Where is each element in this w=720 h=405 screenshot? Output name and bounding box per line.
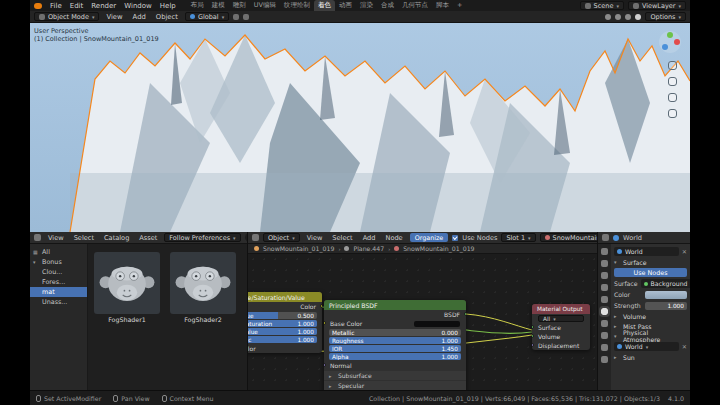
use-nodes-checkbox[interactable]	[452, 235, 458, 241]
workspace-tab-modeling[interactable]: 建模	[208, 0, 229, 11]
node-principled-bsdf[interactable]: Principled BSDF BSDF Base Color Metallic…	[324, 300, 466, 390]
volume-panel-header[interactable]: ▸ Volume	[614, 311, 687, 321]
metallic-slider[interactable]: Metallic 0.000	[329, 329, 461, 336]
properties-editor-icon[interactable]	[602, 234, 609, 241]
asset-menu-select[interactable]: Select	[71, 234, 97, 242]
node-principled-header[interactable]: Principled BSDF	[324, 300, 466, 310]
show-overlays-icon[interactable]	[615, 14, 621, 20]
world-color-swatch[interactable]	[645, 291, 687, 299]
workspace-tab-animation[interactable]: 动画	[335, 0, 356, 11]
material-datablock[interactable]: SnowMountain_01_019 ✕	[540, 233, 597, 242]
asset-menu-asset[interactable]: Asset	[136, 234, 160, 242]
asset-card-fogshader1[interactable]: FogShader1	[94, 252, 160, 323]
tab-texture[interactable]	[601, 356, 608, 363]
asset-card-fogshader2[interactable]: FogShader2	[170, 252, 236, 323]
world-datablock[interactable]: World	[614, 247, 679, 256]
surface-input-socket[interactable]	[532, 325, 534, 329]
node-output-header[interactable]: Material Output	[532, 304, 590, 314]
axis-z-handle[interactable]	[662, 44, 668, 50]
xray-icon[interactable]	[625, 14, 631, 20]
snap-magnet-icon[interactable]	[233, 14, 239, 20]
strength-slider[interactable]: 1.000	[645, 302, 687, 310]
viewport-3d[interactable]: User Perspective (1) Collection | SnowMo…	[30, 23, 690, 232]
tab-scene[interactable]	[601, 296, 608, 303]
asset-search[interactable]	[245, 233, 247, 242]
asset-library-dropdown[interactable]: Follow Preferences ▾	[164, 233, 240, 242]
specular-section[interactable]: ▸ Specular	[324, 381, 466, 390]
asset-browser-editor-icon[interactable]	[34, 234, 41, 241]
catalog-item-forest[interactable]: Fores...	[30, 277, 87, 287]
normal-input-socket[interactable]	[324, 363, 326, 367]
node-canvas[interactable]: Hue/Saturation/Value Color Hue 0.500 Sat…	[248, 254, 597, 390]
transform-orientation[interactable]: Global ▾	[185, 12, 229, 21]
surface-panel-header[interactable]: ▾ Surface	[614, 257, 687, 267]
catalog-item-clouds[interactable]: Clou...	[30, 267, 87, 277]
base-color-swatch[interactable]	[414, 321, 460, 327]
menu-help[interactable]: Help	[157, 2, 179, 10]
asset-menu-catalog[interactable]: Catalog	[101, 234, 132, 242]
tab-tool[interactable]	[601, 248, 608, 255]
menu-view[interactable]: View	[103, 13, 125, 21]
workspace-tab-sculpting[interactable]: 雕刻	[229, 0, 250, 11]
camera-view-icon[interactable]	[668, 93, 677, 102]
ior-slider[interactable]: IOR 1.450	[329, 345, 461, 352]
surface-shader-dropdown[interactable]: Background	[641, 279, 690, 288]
volume-input-socket[interactable]	[532, 334, 534, 338]
node-hsv[interactable]: Hue/Saturation/Value Color Hue 0.500 Sat…	[248, 292, 322, 353]
catalog-item-bonus[interactable]: ▾ Bonus	[30, 257, 87, 267]
catalog-item-all[interactable]: ▦ All	[30, 247, 87, 257]
workspace-tab-scripting[interactable]: 脚本	[432, 0, 453, 11]
hsv-value-slider[interactable]: Value 1.000	[248, 328, 317, 335]
workspace-tab-compositing[interactable]: 合成	[377, 0, 398, 11]
axis-y-handle[interactable]	[667, 32, 673, 38]
tab-modifiers[interactable]	[601, 332, 608, 339]
mode-selector[interactable]: Object Mode ▾	[34, 12, 99, 21]
alpha-slider[interactable]: Alpha 1.000	[329, 353, 461, 360]
tab-world[interactable]	[601, 308, 608, 315]
unlink-icon[interactable]: ✕	[682, 248, 687, 255]
axis-x-handle[interactable]	[674, 39, 680, 45]
scene-selector[interactable]: Scene ▾	[580, 1, 624, 10]
workspace-tab-texture-paint[interactable]: 纹理绘制	[280, 0, 314, 11]
node-menu-node[interactable]: Node	[382, 234, 405, 242]
workspace-tab-shading[interactable]: 着色	[314, 0, 335, 11]
tab-object[interactable]	[601, 320, 608, 327]
bsdf-output-socket[interactable]	[464, 312, 466, 316]
node-hsv-header[interactable]: Hue/Saturation/Value	[248, 292, 322, 302]
base-color-socket[interactable]	[324, 321, 326, 325]
workspace-tab-rendering[interactable]: 渲染	[356, 0, 377, 11]
catalog-item-mat[interactable]: mat	[30, 287, 87, 297]
sun-panel-header[interactable]: ▸ Sun	[614, 352, 687, 362]
toggle-ortho-icon[interactable]	[668, 109, 677, 118]
asset-menu-view[interactable]: View	[45, 234, 67, 242]
organize-button[interactable]: Organize	[410, 233, 449, 242]
subsurface-section[interactable]: ▸ Subsurface	[324, 371, 466, 380]
tab-view-layer[interactable]	[601, 284, 608, 291]
unlink-icon[interactable]: ✕	[682, 343, 687, 350]
roughness-slider[interactable]: Roughness 1.000	[329, 337, 461, 344]
menu-edit[interactable]: Edit	[67, 2, 87, 10]
workspace-add-tab[interactable]: +	[453, 0, 466, 11]
node-material-output[interactable]: Material Output All ▾ Surface Volume	[532, 304, 590, 350]
atmosphere-world-datablock[interactable]: World ▾	[614, 342, 679, 351]
hsv-fac-slider[interactable]: Fac 1.000	[248, 336, 317, 343]
node-menu-add[interactable]: Add	[360, 234, 379, 242]
viewport-shading-icon[interactable]	[635, 14, 641, 20]
navigation-gizmo[interactable]	[659, 31, 681, 53]
workspace-tab-geometry-nodes[interactable]: 几何节点	[398, 0, 432, 11]
hsv-hue-slider[interactable]: Hue 0.500	[248, 312, 317, 319]
shader-type-dropdown[interactable]: Object ▾	[263, 233, 300, 242]
workspace-tab-uv[interactable]: UV编辑	[250, 0, 280, 11]
menu-window[interactable]: Window	[121, 2, 155, 10]
viewlayer-selector[interactable]: ViewLayer ▾	[628, 1, 686, 10]
proportional-editing-icon[interactable]	[243, 14, 249, 20]
use-nodes-button[interactable]: Use Nodes	[614, 268, 687, 277]
show-gizmo-icon[interactable]	[605, 14, 611, 20]
menu-add[interactable]: Add	[130, 13, 149, 21]
tab-material[interactable]	[601, 344, 608, 351]
catalog-item-unassigned[interactable]: Unass...	[30, 297, 87, 307]
pan-hand-icon[interactable]	[668, 77, 677, 86]
node-menu-view[interactable]: View	[304, 234, 326, 242]
zoom-icon[interactable]	[668, 61, 677, 70]
tab-output[interactable]	[601, 272, 608, 279]
